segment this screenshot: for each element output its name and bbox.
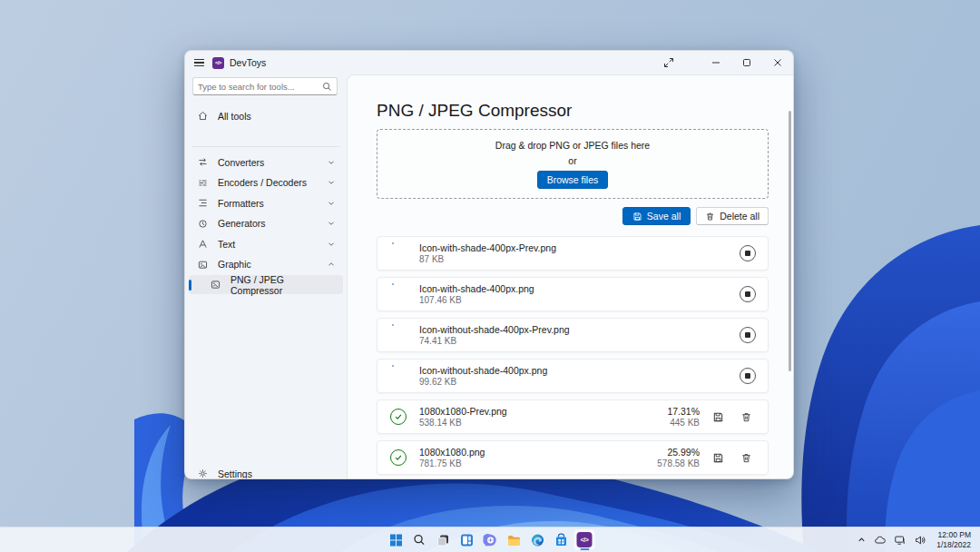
file-row: Icon-with-shade-400px.png 107.46 KB [377,277,769,311]
search-icon [413,533,426,547]
chat-icon [483,533,497,547]
generators-icon [196,217,209,230]
clock-date: 1/18/2022 [936,540,971,550]
maximize-button[interactable] [731,51,762,74]
saved-percent: 17.31% [667,406,700,417]
file-name: 1080x1080.png [419,447,485,458]
chevron-down-icon [327,158,336,167]
file-explorer-button[interactable] [503,528,525,551]
sidebar-group-encoders-decoders[interactable]: Encoders / Decoders [189,173,343,192]
stop-icon [745,251,750,256]
search-input[interactable] [198,82,322,92]
task-view-icon [436,533,450,547]
sidebar-item-all-tools[interactable]: All tools [189,106,343,125]
sidebar-item-png-jpeg-compressor[interactable]: PNG / JPEG Compressor [189,275,343,294]
success-check-icon [389,448,407,467]
chevron-up-icon [327,260,336,269]
tool-search-box [192,77,338,95]
list-actions: Save all Delete all [377,207,769,225]
dropzone-separator: or [568,155,576,166]
start-icon [388,533,403,547]
trash-icon [740,411,752,423]
taskbar-center: </> [385,528,596,551]
compact-overlay-button[interactable] [653,51,684,74]
delete-file-button[interactable] [736,407,756,427]
sidebar-divider [192,146,339,147]
sidebar-group-text[interactable]: Text [189,234,343,253]
devtoys-icon: </> [577,532,593,547]
chevron-down-icon [327,219,336,228]
success-check-icon [389,408,407,426]
file-name: Icon-without-shade-400px.png [419,365,547,376]
save-all-button[interactable]: Save all [622,207,691,225]
save-icon [632,212,642,222]
devtoys-window: </> DevToys All tools [184,50,794,479]
graphic-tools-icon [196,258,209,271]
save-icon [712,411,724,423]
save-file-button[interactable] [708,448,728,468]
taskbar: </> 12:00 PM 1/18/2022 [0,527,980,552]
sidebar-group-label: Text [218,239,235,250]
sidebar-group-converters[interactable]: Converters [189,153,343,172]
compressed-size: 445 KB [670,418,700,428]
progress-spinner-icon [389,244,407,262]
chat-button[interactable] [479,528,502,551]
file-size: 538.14 KB [419,418,507,428]
file-row: Icon-with-shade-400px-Prev.png 87 KB [377,236,769,271]
sidebar-group-formatters[interactable]: Formatters [189,193,343,212]
main-pane: PNG / JPEG Compressor Drag & drop PNG or… [347,74,793,478]
widgets-button[interactable] [456,528,478,551]
minimize-button[interactable] [701,51,731,74]
delete-all-button[interactable]: Delete all [696,207,769,225]
task-view-button[interactable] [432,528,455,551]
nav-menu-button[interactable] [185,51,212,74]
trash-icon [705,212,715,222]
save-file-button[interactable] [708,407,728,427]
cancel-compression-button[interactable] [740,368,756,384]
network-icon[interactable] [891,529,909,551]
close-button[interactable] [762,51,793,74]
progress-spinner-icon [389,326,407,344]
devtoys-taskbar-button[interactable]: </> [573,528,596,551]
start-button[interactable] [385,528,407,551]
sidebar-group-graphic[interactable]: Graphic [189,255,343,274]
taskbar-search-button[interactable] [408,528,431,551]
edge-button[interactable] [526,528,549,551]
onedrive-cloud-icon[interactable] [871,529,889,551]
sidebar-group-label: Encoders / Decoders [218,177,307,188]
file-row: 1080x1080-Prev.png 538.14 KB 17.31% 445 … [377,399,769,434]
volume-icon[interactable] [911,529,929,551]
delete-file-button[interactable] [736,448,756,468]
save-icon [712,452,724,464]
cancel-compression-button[interactable] [740,245,756,261]
sidebar-item-label: All tools [218,111,251,122]
file-row: 1080x1080.png 781.75 KB 25.99% 578.58 KB [377,440,769,475]
stop-icon [745,291,750,297]
dropzone-instruction: Drag & drop PNG or JPEG files here [495,140,650,151]
file-list: Icon-with-shade-400px-Prev.png 87 KB Ico… [377,236,769,475]
file-row: Icon-without-shade-400px.png 99.62 KB [377,359,769,393]
saved-percent: 25.99% [667,447,700,458]
chevron-down-icon [327,178,336,187]
browse-files-button[interactable]: Browse files [537,171,609,189]
file-name: 1080x1080-Prev.png [419,406,507,417]
file-size: 107.46 KB [419,295,534,305]
sidebar-item-settings[interactable]: Settings [189,464,343,479]
vertical-scrollbar[interactable] [789,111,791,371]
caption-buttons [653,51,793,74]
file-size: 87 KB [419,254,556,264]
taskbar-clock[interactable]: 12:00 PM 1/18/2022 [931,529,976,551]
clock-time: 12:00 PM [938,530,971,540]
file-dropzone[interactable]: Drag & drop PNG or JPEG files here or Br… [377,129,769,199]
file-size: 74.41 KB [419,336,570,346]
sidebar-group-generators[interactable]: Generators [189,214,343,233]
cancel-compression-button[interactable] [740,327,756,343]
store-button[interactable] [550,528,573,551]
file-explorer-icon [506,533,521,547]
tray-chevron-up-icon[interactable] [854,529,869,551]
compressed-size: 578.58 KB [657,458,700,468]
cancel-compression-button[interactable] [740,286,756,302]
file-name: Icon-without-shade-400px-Prev.png [419,324,570,335]
store-icon [554,533,568,547]
system-tray: 12:00 PM 1/18/2022 [854,527,976,552]
